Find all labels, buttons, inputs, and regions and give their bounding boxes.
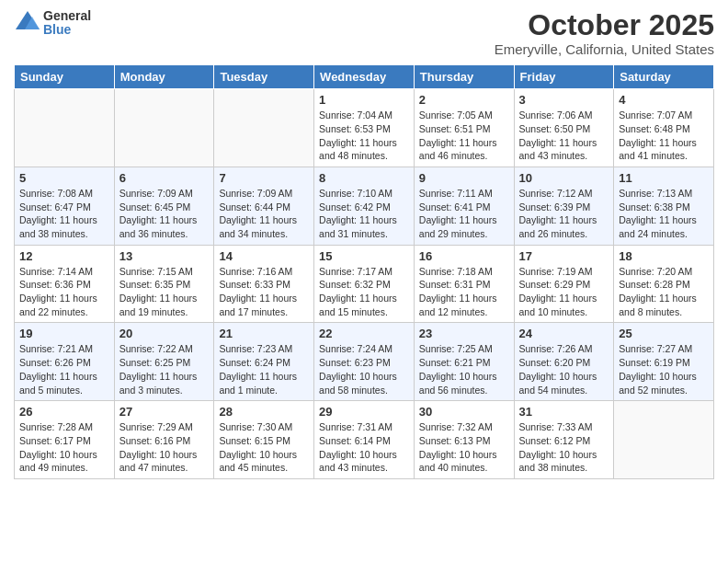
day-info: Sunrise: 7:06 AM Sunset: 6:50 PM Dayligh… [519, 109, 609, 163]
day-number: 12 [19, 249, 109, 263]
day-info: Sunrise: 7:08 AM Sunset: 6:47 PM Dayligh… [19, 187, 109, 241]
day-info: Sunrise: 7:27 AM Sunset: 6:19 PM Dayligh… [619, 342, 709, 396]
calendar-cell: 21Sunrise: 7:23 AM Sunset: 6:24 PM Dayli… [214, 323, 314, 401]
calendar-cell: 4Sunrise: 7:07 AM Sunset: 6:48 PM Daylig… [614, 89, 714, 167]
calendar-week-3: 12Sunrise: 7:14 AM Sunset: 6:36 PM Dayli… [15, 245, 714, 323]
day-info: Sunrise: 7:31 AM Sunset: 6:14 PM Dayligh… [319, 420, 409, 475]
calendar-cell: 2Sunrise: 7:05 AM Sunset: 6:51 PM Daylig… [414, 89, 514, 167]
day-number: 6 [119, 171, 210, 185]
calendar-cell: 26Sunrise: 7:28 AM Sunset: 6:17 PM Dayli… [15, 401, 115, 479]
logo-general: General [43, 9, 91, 23]
day-number: 18 [619, 249, 709, 263]
calendar-title: October 2025 [495, 9, 714, 41]
col-friday: Friday [514, 65, 614, 89]
calendar-cell: 24Sunrise: 7:26 AM Sunset: 6:20 PM Dayli… [514, 323, 614, 401]
calendar-cell: 1Sunrise: 7:04 AM Sunset: 6:53 PM Daylig… [314, 89, 415, 167]
logo-blue: Blue [43, 23, 91, 37]
day-number: 1 [319, 93, 409, 107]
day-info: Sunrise: 7:13 AM Sunset: 6:38 PM Dayligh… [619, 187, 709, 241]
calendar-cell: 10Sunrise: 7:12 AM Sunset: 6:39 PM Dayli… [514, 167, 614, 245]
calendar-cell: 20Sunrise: 7:22 AM Sunset: 6:25 PM Dayli… [114, 323, 214, 401]
calendar-cell: 23Sunrise: 7:25 AM Sunset: 6:21 PM Dayli… [414, 323, 514, 401]
calendar-cell: 31Sunrise: 7:33 AM Sunset: 6:12 PM Dayli… [514, 401, 614, 479]
calendar-cell: 17Sunrise: 7:19 AM Sunset: 6:29 PM Dayli… [514, 245, 614, 323]
calendar-cell: 18Sunrise: 7:20 AM Sunset: 6:28 PM Dayli… [614, 245, 714, 323]
calendar-week-2: 5Sunrise: 7:08 AM Sunset: 6:47 PM Daylig… [15, 167, 714, 245]
day-info: Sunrise: 7:29 AM Sunset: 6:16 PM Dayligh… [119, 420, 210, 475]
col-sunday: Sunday [15, 65, 115, 89]
calendar-cell: 14Sunrise: 7:16 AM Sunset: 6:33 PM Dayli… [214, 245, 314, 323]
calendar-cell: 8Sunrise: 7:10 AM Sunset: 6:42 PM Daylig… [314, 167, 415, 245]
day-number: 14 [219, 249, 309, 263]
calendar-cell: 9Sunrise: 7:11 AM Sunset: 6:41 PM Daylig… [414, 167, 514, 245]
day-info: Sunrise: 7:04 AM Sunset: 6:53 PM Dayligh… [319, 109, 409, 163]
day-number: 15 [319, 249, 409, 263]
calendar-subtitle: Emeryville, California, United States [495, 41, 714, 57]
day-number: 2 [419, 93, 509, 107]
day-info: Sunrise: 7:19 AM Sunset: 6:29 PM Dayligh… [519, 265, 609, 319]
day-number: 3 [519, 93, 609, 107]
day-number: 21 [219, 327, 309, 340]
day-number: 5 [19, 171, 109, 185]
title-area: October 2025 Emeryville, California, Uni… [495, 9, 714, 57]
col-saturday: Saturday [614, 65, 714, 89]
header: General Blue October 2025 Emeryville, Ca… [14, 9, 714, 57]
calendar-cell: 7Sunrise: 7:09 AM Sunset: 6:44 PM Daylig… [214, 167, 314, 245]
calendar-cell: 15Sunrise: 7:17 AM Sunset: 6:32 PM Dayli… [314, 245, 415, 323]
day-number: 31 [519, 405, 609, 419]
day-info: Sunrise: 7:09 AM Sunset: 6:45 PM Dayligh… [119, 187, 210, 241]
day-info: Sunrise: 7:33 AM Sunset: 6:12 PM Dayligh… [519, 420, 609, 475]
col-wednesday: Wednesday [314, 65, 415, 89]
calendar-cell: 25Sunrise: 7:27 AM Sunset: 6:19 PM Dayli… [614, 323, 714, 401]
day-info: Sunrise: 7:20 AM Sunset: 6:28 PM Dayligh… [619, 265, 709, 319]
day-info: Sunrise: 7:07 AM Sunset: 6:48 PM Dayligh… [619, 109, 709, 163]
day-number: 20 [119, 327, 210, 340]
day-number: 23 [419, 327, 509, 340]
calendar-cell: 13Sunrise: 7:15 AM Sunset: 6:35 PM Dayli… [114, 245, 214, 323]
day-number: 27 [119, 405, 210, 419]
calendar-week-1: 1Sunrise: 7:04 AM Sunset: 6:53 PM Daylig… [15, 89, 714, 167]
day-info: Sunrise: 7:09 AM Sunset: 6:44 PM Dayligh… [219, 187, 309, 241]
day-number: 10 [519, 171, 609, 185]
day-number: 16 [419, 249, 509, 263]
day-info: Sunrise: 7:18 AM Sunset: 6:31 PM Dayligh… [419, 265, 509, 319]
calendar-cell [15, 89, 115, 167]
page: General Blue October 2025 Emeryville, Ca… [0, 0, 728, 563]
logo-text: General Blue [43, 9, 91, 38]
calendar-cell: 6Sunrise: 7:09 AM Sunset: 6:45 PM Daylig… [114, 167, 214, 245]
calendar-cell: 28Sunrise: 7:30 AM Sunset: 6:15 PM Dayli… [214, 401, 314, 479]
calendar-cell [214, 89, 314, 167]
calendar-cell: 3Sunrise: 7:06 AM Sunset: 6:50 PM Daylig… [514, 89, 614, 167]
day-number: 30 [419, 405, 509, 419]
calendar-table: Sunday Monday Tuesday Wednesday Thursday… [14, 64, 714, 479]
day-number: 19 [19, 327, 109, 340]
day-info: Sunrise: 7:22 AM Sunset: 6:25 PM Dayligh… [119, 342, 210, 396]
day-info: Sunrise: 7:17 AM Sunset: 6:32 PM Dayligh… [319, 265, 409, 319]
day-info: Sunrise: 7:25 AM Sunset: 6:21 PM Dayligh… [419, 342, 509, 396]
day-number: 25 [619, 327, 709, 340]
calendar-cell: 30Sunrise: 7:32 AM Sunset: 6:13 PM Dayli… [414, 401, 514, 479]
col-monday: Monday [114, 65, 214, 89]
day-info: Sunrise: 7:30 AM Sunset: 6:15 PM Dayligh… [219, 420, 309, 475]
day-info: Sunrise: 7:05 AM Sunset: 6:51 PM Dayligh… [419, 109, 509, 163]
day-number: 28 [219, 405, 309, 419]
day-number: 8 [319, 171, 409, 185]
day-number: 24 [519, 327, 609, 340]
calendar-cell: 12Sunrise: 7:14 AM Sunset: 6:36 PM Dayli… [15, 245, 115, 323]
calendar-cell [614, 401, 714, 479]
calendar-week-4: 19Sunrise: 7:21 AM Sunset: 6:26 PM Dayli… [15, 323, 714, 401]
day-info: Sunrise: 7:16 AM Sunset: 6:33 PM Dayligh… [219, 265, 309, 319]
day-number: 29 [319, 405, 409, 419]
day-number: 9 [419, 171, 509, 185]
calendar-cell [114, 89, 214, 167]
col-thursday: Thursday [414, 65, 514, 89]
day-info: Sunrise: 7:26 AM Sunset: 6:20 PM Dayligh… [519, 342, 609, 396]
day-info: Sunrise: 7:14 AM Sunset: 6:36 PM Dayligh… [19, 265, 109, 319]
day-number: 4 [619, 93, 709, 107]
logo-icon [14, 9, 41, 37]
day-info: Sunrise: 7:24 AM Sunset: 6:23 PM Dayligh… [319, 342, 409, 396]
day-number: 7 [219, 171, 309, 185]
day-number: 11 [619, 171, 709, 185]
day-number: 22 [319, 327, 409, 340]
calendar-cell: 5Sunrise: 7:08 AM Sunset: 6:47 PM Daylig… [15, 167, 115, 245]
